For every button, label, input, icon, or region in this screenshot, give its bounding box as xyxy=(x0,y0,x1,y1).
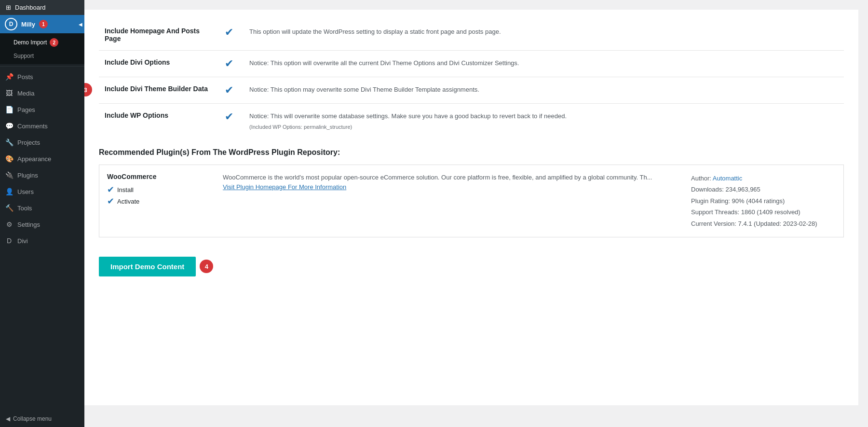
appearance-icon: 🎨 xyxy=(5,154,14,163)
option-checkmark: ✔ xyxy=(225,57,233,69)
options-row: Include WP Options ✔ Notice: This will o… xyxy=(99,104,844,139)
sidebar: ⊞ Dashboard D Milly 1 ◀ Demo Import 2 Su… xyxy=(0,0,84,427)
option-name: Include Divi Theme Builder Data xyxy=(105,85,208,93)
option-description: Notice: This option may overwrite some D… xyxy=(249,86,479,93)
collapse-label: Collapse menu xyxy=(13,415,52,422)
plugin-rating: Plugin Rating: 90% (4044 ratings) xyxy=(691,195,836,207)
plugin-meta-col: Author: Automattic Downloads: 234,963,96… xyxy=(691,173,836,229)
plugin-desc-col: WooCommerce is the world's most popular … xyxy=(223,173,681,229)
sidebar-item-media[interactable]: 🖼 Media xyxy=(0,85,84,101)
option-checkmark: ✔ xyxy=(225,110,233,123)
option-note: (Included WP Options: permalink_structur… xyxy=(249,123,838,131)
sidebar-item-posts[interactable]: 📌 Posts xyxy=(0,69,84,85)
tools-icon: 🔨 xyxy=(5,204,14,212)
users-icon: 👤 xyxy=(5,187,14,196)
plugin-name: WooCommerce xyxy=(107,173,213,180)
media-icon: 🖼 xyxy=(5,89,14,97)
projects-icon: 🔧 xyxy=(5,138,14,147)
plugin-activate-row: ✔ Activate xyxy=(107,197,213,206)
sidebar-item-label-divi: Divi xyxy=(17,237,28,245)
plugin-downloads: Downloads: 234,963,965 xyxy=(691,184,836,195)
sidebar-divider xyxy=(0,66,84,67)
settings-icon: ⚙ xyxy=(5,220,14,229)
demo-import-label: Demo Import xyxy=(14,39,47,46)
divi-icon: D xyxy=(5,236,14,245)
activate-checkmark: ✔ xyxy=(107,197,114,206)
support-label: Support xyxy=(14,53,34,59)
plugins-section: Recommended Plugin(s) From The WordPress… xyxy=(99,148,844,237)
plugin-description: WooCommerce is the world's most popular … xyxy=(223,174,652,181)
step-4-badge: 4 xyxy=(200,260,213,273)
option-name: Include Homepage And Posts Page xyxy=(105,27,200,42)
user-badge: 1 xyxy=(39,20,48,28)
plugins-icon: 🔌 xyxy=(5,171,14,179)
comments-icon: 💬 xyxy=(5,122,14,130)
plugin-homepage-link[interactable]: Visit Plugin Homepage For More Informati… xyxy=(223,183,346,191)
sidebar-item-label-pages: Pages xyxy=(17,106,35,113)
option-name: Include Divi Options xyxy=(105,58,170,66)
install-label: Install xyxy=(117,186,134,193)
sidebar-submenu: Demo Import 2 Support xyxy=(0,33,84,64)
sidebar-item-projects[interactable]: 🔧 Projects xyxy=(0,134,84,151)
sidebar-item-demo-import[interactable]: Demo Import 2 xyxy=(0,35,84,50)
option-description: This option will update the WordPress se… xyxy=(249,28,501,35)
plugin-version: Current Version: 7.4.1 (Updated: 2023-02… xyxy=(691,218,836,229)
option-checkmark: ✔ xyxy=(225,84,233,96)
import-button-wrap: Import Demo Content 4 xyxy=(99,257,213,276)
avatar: D xyxy=(5,18,17,30)
install-checkmark: ✔ xyxy=(107,185,114,194)
main-content: Include Homepage And Posts Page ✔ This o… xyxy=(84,0,868,427)
plugin-author: Author: Automattic xyxy=(691,173,836,184)
option-description: Notice: This option will overwrite all t… xyxy=(249,59,519,67)
sidebar-item-pages[interactable]: 📄 Pages xyxy=(0,101,84,118)
content-wrap: Include Homepage And Posts Page ✔ This o… xyxy=(84,10,858,405)
sidebar-item-support[interactable]: Support xyxy=(0,50,84,62)
sidebar-item-plugins[interactable]: 🔌 Plugins xyxy=(0,167,84,183)
option-name: Include WP Options xyxy=(105,111,168,119)
sidebar-item-label-plugins: Plugins xyxy=(17,172,38,179)
demo-import-badge: 2 xyxy=(50,38,58,47)
option-description: Notice: This will overwrite some databas… xyxy=(249,112,567,120)
sidebar-item-users[interactable]: 👤 Users xyxy=(0,183,84,200)
plugin-box: WooCommerce ✔ Install ✔ Activate WooComm… xyxy=(99,165,844,237)
sidebar-dashboard-label: Dashboard xyxy=(15,4,46,11)
sidebar-item-label-projects: Projects xyxy=(17,139,40,146)
sidebar-item-tools[interactable]: 🔨 Tools xyxy=(0,200,84,216)
sidebar-item-dashboard[interactable]: ⊞ Dashboard xyxy=(0,0,84,15)
plugins-heading: Recommended Plugin(s) From The WordPress… xyxy=(99,148,844,157)
author-link[interactable]: Automattic xyxy=(713,175,742,182)
sidebar-item-label-appearance: Appearance xyxy=(17,155,51,163)
user-name: Milly xyxy=(21,21,35,28)
step-3-badge: 3 xyxy=(84,83,92,96)
import-demo-button[interactable]: Import Demo Content xyxy=(99,257,196,276)
sidebar-item-label-tools: Tools xyxy=(17,205,32,212)
options-table: Include Homepage And Posts Page ✔ This o… xyxy=(99,19,844,138)
sidebar-item-label-users: Users xyxy=(17,188,34,195)
activate-label: Activate xyxy=(117,198,139,205)
sidebar-item-label-media: Media xyxy=(17,90,34,97)
nav-items: 📌 Posts 🖼 Media 📄 Pages 💬 Comments 🔧 Pro… xyxy=(0,69,84,249)
options-row: 3 Include Divi Theme Builder Data ✔ Noti… xyxy=(99,77,844,104)
plugins-container: WooCommerce ✔ Install ✔ Activate WooComm… xyxy=(99,165,844,237)
plugin-name-col: WooCommerce ✔ Install ✔ Activate xyxy=(107,173,213,229)
sidebar-item-settings[interactable]: ⚙ Settings xyxy=(0,216,84,233)
collapse-menu-button[interactable]: ◀ Collapse menu xyxy=(0,411,84,427)
collapse-icon: ◀ xyxy=(6,415,10,422)
options-row: Include Homepage And Posts Page ✔ This o… xyxy=(99,19,844,51)
plugin-install-row: ✔ Install xyxy=(107,185,213,194)
sidebar-item-divi[interactable]: D Divi xyxy=(0,233,84,249)
sidebar-user-row[interactable]: D Milly 1 ◀ xyxy=(0,15,84,33)
pages-icon: 📄 xyxy=(5,105,14,114)
sidebar-item-label-posts: Posts xyxy=(17,73,33,81)
options-row: Include Divi Options ✔ Notice: This opti… xyxy=(99,51,844,77)
collapse-arrow-icon[interactable]: ◀ xyxy=(77,17,84,31)
posts-icon: 📌 xyxy=(5,72,14,81)
sidebar-item-appearance[interactable]: 🎨 Appearance xyxy=(0,151,84,167)
plugin-support: Support Threads: 1860 (1409 resolved) xyxy=(691,207,836,218)
sidebar-item-label-comments: Comments xyxy=(17,123,48,130)
dashboard-icon: ⊞ xyxy=(6,4,11,11)
sidebar-item-comments[interactable]: 💬 Comments xyxy=(0,118,84,134)
sidebar-item-label-settings: Settings xyxy=(17,221,40,228)
option-checkmark: ✔ xyxy=(225,26,233,38)
